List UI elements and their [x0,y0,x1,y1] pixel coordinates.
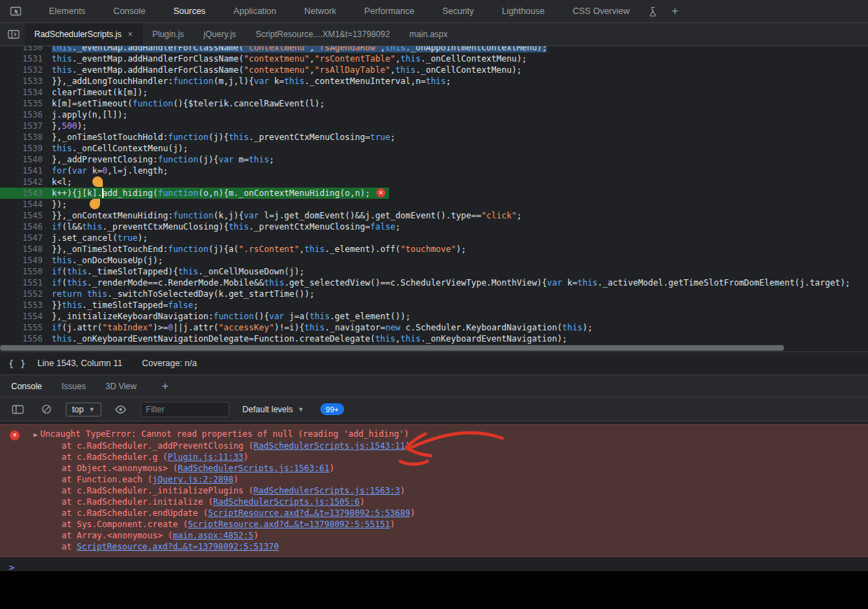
code-text: if(this._timeSlotTapped){this._onCellMou… [52,266,304,277]
line-number[interactable]: 1544 [0,199,49,210]
line-number[interactable]: 1556 [0,333,49,344]
stack-frame: at c.RadScheduler._initializePlugins (Ra… [0,485,868,496]
line-number[interactable]: 1545 [0,210,49,221]
code-line-1546: 1546if(l&&this._preventCtxMenuClosing){t… [0,221,868,232]
add-drawer-tab-button[interactable]: + [162,379,169,393]
code-line-1532: 1532this._eventMap.addHandlerForClassNam… [0,64,868,76]
code-text: if(this._renderMode==c.RenderMode.Mobile… [52,277,851,288]
pretty-print-button[interactable]: { } [8,358,27,369]
stack-frame-text: at Object.<anonymous> ( [62,463,178,473]
close-tab-icon[interactable]: × [128,29,133,39]
stack-frame-text: ) [405,441,410,451]
line-number[interactable]: 1538 [0,132,49,143]
line-number[interactable]: 1548 [0,244,49,255]
code-text: k<l; [52,176,72,188]
main-tab-application[interactable]: Application [220,0,290,22]
code-line-1540: 1540},_addPreventClosing:function(j){var… [0,154,868,165]
code-text: }}this._timeSlotTapped=false; [52,300,199,311]
stack-source-link[interactable]: jQuery.js:2:2898 [152,475,234,484]
line-number[interactable]: 1549 [0,255,49,266]
line-number[interactable]: 1533 [0,76,49,87]
code-text: },_addPreventClosing:function(j){var m=t… [52,154,274,165]
line-number[interactable]: 1555 [0,322,49,333]
line-number[interactable]: 1547 [0,232,49,244]
stack-source-link[interactable]: ScriptResource.axd?d…&t=13798092:5:55151 [188,519,390,529]
log-levels-dropdown[interactable]: Default levels ▼ [243,405,304,414]
console-sidebar-toggle-icon[interactable] [8,400,27,419]
scrollbar-thumb[interactable] [0,345,784,351]
line-number[interactable]: 1540 [0,154,49,165]
drawer-tab-console[interactable]: Console [11,375,42,397]
error-icon[interactable]: ✕ [376,188,385,197]
line-number[interactable]: 1543 [0,188,49,199]
stack-source-link[interactable]: ScriptResource.axd?d…&t=13798092:5:53689 [208,508,411,518]
line-number[interactable]: 1536 [0,109,49,120]
stack-source-link[interactable]: main.aspx:4852:5 [173,531,254,540]
stack-source-link[interactable]: RadSchedulerScripts.js:1563:61 [178,463,329,473]
main-tab-css-overview[interactable]: CSS Overview [559,0,643,22]
code-line-1556: 1556this._onKeyboardEventNavigationDeleg… [0,333,868,344]
stack-frame-text: at [62,542,77,552]
main-tab-network[interactable]: Network [290,0,350,22]
selection-handle-icon[interactable] [92,176,103,187]
stack-frame: at c.RadScheduler.initialize (RadSchedul… [0,496,868,507]
expand-triangle-icon[interactable]: ▶ [34,431,37,438]
main-tab-sources[interactable]: Sources [159,0,220,22]
file-tab-radschedulerscripts-js[interactable]: RadSchedulerScripts.js× [24,23,143,46]
line-number[interactable]: 1532 [0,64,49,76]
drawer-tab-3d-view[interactable]: 3D View [106,375,136,397]
line-number[interactable]: 1551 [0,277,49,288]
issues-count-badge[interactable]: 99+ [320,403,345,415]
horizontal-scrollbar[interactable] [0,344,868,351]
experiment-flask-icon[interactable] [643,2,662,20]
live-expression-eye-icon[interactable] [112,400,130,419]
line-number[interactable]: 1541 [0,165,49,176]
line-number[interactable]: 1546 [0,221,49,232]
console-error-message: ✕ ▶Uncaught TypeError: Cannot read prope… [0,424,868,557]
file-tab-label: RadSchedulerScripts.js [34,29,122,39]
inspect-icon[interactable] [7,2,25,20]
stack-frame-text: at c.RadScheduler.initialize ( [62,497,213,507]
code-text: this._onDocMouseUp(j); [52,255,163,266]
line-number[interactable]: 1553 [0,300,49,311]
line-number[interactable]: 1537 [0,120,49,132]
line-number[interactable]: 1535 [0,98,49,109]
code-line-1538: 1538},_onTimeSlotTouchHold:function(j){t… [0,132,868,143]
main-tab-console[interactable]: Console [99,0,159,22]
devtools-window: ElementsConsoleSourcesApplicationNetwork… [0,0,868,609]
main-tab-elements[interactable]: Elements [35,0,99,22]
drawer-tab-issues[interactable]: Issues [62,375,86,397]
main-tab-security[interactable]: Security [428,0,488,22]
main-tab-performance[interactable]: Performance [350,0,429,22]
navigator-toggle-icon[interactable] [4,25,22,43]
stack-source-link[interactable]: Plugin.js:11:33 [168,452,243,462]
main-tab-lighthouse[interactable]: Lighthouse [488,0,559,22]
more-tabs-button[interactable]: + [662,4,688,18]
stack-source-link[interactable]: ScriptResource.axd?d…&t=13798092:5:51370 [77,542,279,552]
line-number[interactable]: 1552 [0,288,49,300]
cursor-position-label: Line 1543, Column 11 [38,358,122,368]
line-number[interactable]: 1554 [0,311,49,322]
stack-frame: at Sys.Component.create (ScriptResource.… [0,519,868,530]
stack-source-link[interactable]: RadSchedulerScripts.js:1563:3 [254,486,401,496]
javascript-context-selector[interactable]: top ▼ [66,402,101,416]
line-number[interactable]: 1539 [0,143,49,154]
clear-console-icon[interactable] [37,400,55,419]
line-number[interactable]: 1531 [0,53,49,64]
line-number[interactable]: 1530 [0,46,49,53]
file-tab-plugin-js[interactable]: Plugin.js [143,23,194,46]
line-number[interactable]: 1534 [0,87,49,98]
code-text: },_onTimeSlotTouchHold:function(j){this.… [52,132,395,143]
line-number[interactable]: 1542 [0,176,49,188]
line-number[interactable]: 1550 [0,266,49,277]
stack-source-link[interactable]: RadSchedulerScripts.js:1505:6 [213,497,360,507]
file-tab-scriptresource-xm1-t-13798092[interactable]: ScriptResource....XM1&t=13798092 [246,23,400,46]
file-tab-jquery-js[interactable]: jQuery.js [194,23,246,46]
text-caret [102,188,104,198]
file-tab-main-aspx[interactable]: main.aspx [399,23,457,46]
console-filter-input[interactable] [141,402,229,417]
console-prompt[interactable]: > [0,557,868,573]
stack-source-link[interactable]: RadSchedulerScripts.js:1543:11 [254,441,406,451]
code-line-1551: 1551if(this._renderMode==c.RenderMode.Mo… [0,277,868,288]
selection-handle-icon[interactable] [90,199,100,209]
